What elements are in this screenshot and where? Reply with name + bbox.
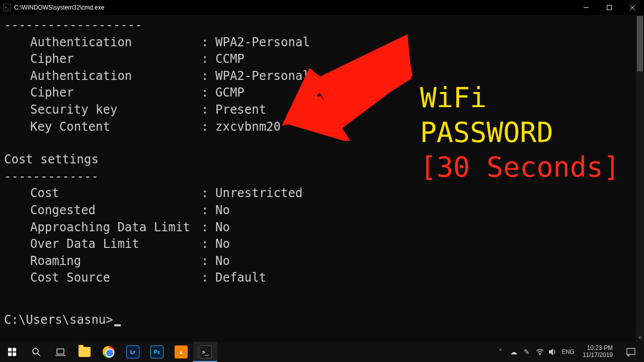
output-value: No xyxy=(215,253,230,270)
output-key: Cipher xyxy=(30,84,201,102)
output-sep: : xyxy=(201,51,215,68)
scroll-down-arrow[interactable]: ▼ xyxy=(636,334,644,342)
output-sep: : xyxy=(201,185,215,202)
output-value: zxcvbnm20 xyxy=(215,119,281,136)
clock[interactable]: 10:23 PM 11/17/2019 xyxy=(579,345,617,359)
close-button[interactable] xyxy=(621,0,644,15)
output-sep: : xyxy=(201,236,215,253)
svg-point-15 xyxy=(33,348,38,354)
cmd-taskbar-icon: >_ xyxy=(199,345,212,358)
output-row: Approaching Data Limit: No xyxy=(4,219,640,236)
onedrive-icon[interactable]: ☁ xyxy=(509,348,518,356)
output-value: No xyxy=(215,236,230,253)
tray-chevron-icon[interactable]: ˄ xyxy=(496,348,505,356)
vlc-icon: ▲ xyxy=(175,345,188,358)
output-value: CCMP xyxy=(215,51,245,68)
output-sep: : xyxy=(201,253,215,270)
lightroom-button[interactable]: Lr xyxy=(121,342,145,362)
output-sep: : xyxy=(201,68,215,85)
output-value: WPA2-Personal xyxy=(215,68,310,85)
output-key: Cost xyxy=(30,185,201,202)
output-sep: : xyxy=(201,102,215,119)
output-sep: : xyxy=(201,119,215,136)
output-row: Cost : Unrestricted xyxy=(4,185,640,202)
output-sep: : xyxy=(201,34,215,51)
prompt-text: C:\Users\sasnu> xyxy=(4,312,113,329)
output-key: Approaching Data Limit xyxy=(30,219,201,236)
task-view-button[interactable] xyxy=(48,342,72,362)
vlc-button[interactable]: ▲ xyxy=(169,342,193,362)
photoshop-button[interactable]: Ps xyxy=(145,342,169,362)
output-row: Authentication : WPA2-Personal xyxy=(4,68,640,85)
svg-rect-11 xyxy=(8,348,12,351)
output-key: Authentication xyxy=(30,34,201,51)
output-value: GCMP xyxy=(215,84,245,102)
output-value: WPA2-Personal xyxy=(215,34,310,51)
output-row: Over Data Limit : No xyxy=(4,236,640,253)
divider: ------------------- xyxy=(4,17,640,34)
cmd-taskbar-button[interactable]: >_ xyxy=(193,342,217,362)
output-value: Present xyxy=(215,102,266,119)
volume-icon[interactable] xyxy=(548,348,557,355)
svg-line-16 xyxy=(38,353,40,356)
output-row: Security key : Present xyxy=(4,102,640,119)
svg-rect-17 xyxy=(57,349,64,354)
command-prompt[interactable]: C:\Users\sasnu> xyxy=(4,312,640,329)
output-sep: : xyxy=(201,269,215,287)
chrome-button[interactable] xyxy=(97,342,121,362)
svg-rect-12 xyxy=(13,348,16,351)
section-heading: Cost settings xyxy=(4,151,640,168)
output-key: Roaming xyxy=(30,253,201,270)
file-explorer-button[interactable] xyxy=(72,342,97,362)
output-value: No xyxy=(215,202,230,219)
clock-date: 11/17/2019 xyxy=(583,352,613,359)
output-row: Congested : No xyxy=(4,202,640,219)
svg-rect-14 xyxy=(13,352,16,356)
wifi-icon[interactable] xyxy=(535,349,544,355)
maximize-button[interactable] xyxy=(598,0,621,15)
divider: ------------- xyxy=(4,168,640,186)
output-value: Unrestricted xyxy=(215,185,302,202)
svg-rect-21 xyxy=(627,348,635,354)
output-value: Default xyxy=(215,269,266,287)
output-sep: : xyxy=(201,84,215,102)
window-title: C:\WINDOWS\system32\cmd.exe xyxy=(14,4,575,11)
output-row: Authentication : WPA2-Personal xyxy=(4,34,640,51)
cmd-icon: >_ xyxy=(3,4,11,12)
cursor xyxy=(114,324,121,326)
output-sep: : xyxy=(201,202,215,219)
window-titlebar: >_ C:\WINDOWS\system32\cmd.exe xyxy=(0,0,644,15)
svg-text:>_: >_ xyxy=(5,5,10,10)
output-sep: : xyxy=(201,219,215,236)
svg-marker-20 xyxy=(549,348,553,355)
output-key: Authentication xyxy=(30,68,201,85)
minimize-button[interactable] xyxy=(575,0,598,15)
svg-rect-4 xyxy=(607,6,612,10)
pen-icon[interactable]: ✎ xyxy=(522,348,531,356)
output-key: Security key xyxy=(30,102,201,119)
output-row: Key Content : zxcvbnm20 xyxy=(4,119,640,136)
taskbar: Lr Ps ▲ >_ ˄ ☁ ✎ ENG 10:23 PM 11/17/2019 xyxy=(0,342,644,362)
start-button[interactable] xyxy=(0,342,24,362)
svg-point-19 xyxy=(539,353,540,354)
chrome-icon xyxy=(103,346,115,358)
output-key: Cipher xyxy=(30,51,201,68)
scrollbar-thumb[interactable] xyxy=(637,16,643,71)
folder-icon xyxy=(78,347,91,357)
language-indicator[interactable]: ENG xyxy=(561,348,575,355)
scrollbar[interactable]: ▲ ▼ xyxy=(636,15,644,342)
clock-time: 10:23 PM xyxy=(583,345,613,352)
search-button[interactable] xyxy=(24,342,48,362)
system-tray: ˄ ☁ ✎ ENG 10:23 PM 11/17/2019 xyxy=(496,342,644,362)
output-row: Roaming : No xyxy=(4,253,640,270)
notification-center-button[interactable] xyxy=(621,342,641,362)
terminal-output[interactable]: ▲ ▼ ------------------- Authentication :… xyxy=(0,15,644,342)
svg-rect-13 xyxy=(8,352,12,356)
output-row: Cost Source : Default xyxy=(4,269,640,287)
output-key: Key Content xyxy=(30,119,201,136)
output-key: Cost Source xyxy=(30,269,201,287)
lightroom-icon: Lr xyxy=(126,345,139,358)
output-value: No xyxy=(215,219,230,236)
photoshop-icon: Ps xyxy=(150,345,164,358)
output-key: Over Data Limit xyxy=(30,236,201,253)
